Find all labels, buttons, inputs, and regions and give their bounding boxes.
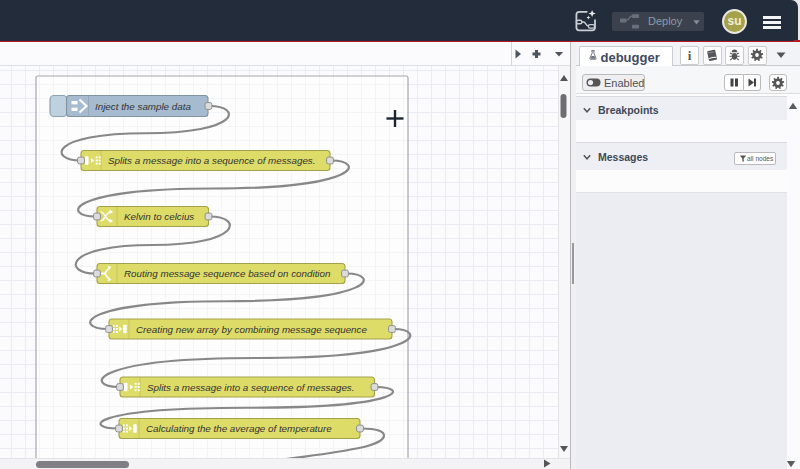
svg-text:Routing message sequence based: Routing message sequence based on condit…	[124, 268, 330, 279]
svg-text:Kelvin to celcius: Kelvin to celcius	[124, 211, 194, 222]
svg-text:Splits a message into a sequen: Splits a message into a sequence of mess…	[147, 382, 355, 393]
svg-text:Splits a message into a sequen: Splits a message into a sequence of mess…	[108, 155, 316, 166]
svg-text:Creating new array by combinin: Creating new array by combining message …	[136, 324, 367, 335]
svg-text:Inject the sample data: Inject the sample data	[95, 101, 191, 112]
svg-text:Calculating the the average of: Calculating the the average of temperatu…	[146, 423, 332, 434]
